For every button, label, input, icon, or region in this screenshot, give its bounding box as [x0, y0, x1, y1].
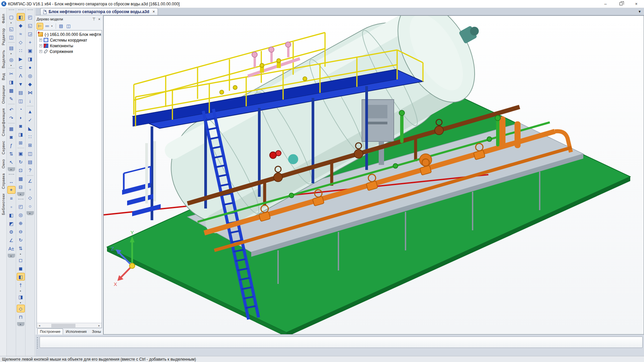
menu-item-8[interactable]: Окно — [1, 159, 5, 169]
new-document-icon[interactable]: ▢ — [7, 13, 15, 21]
filter-icon[interactable]: ▼ — [17, 80, 25, 88]
drop-component-icon[interactable]: ↓ — [26, 97, 34, 105]
solid-body-icon[interactable]: ◆ — [17, 21, 25, 29]
box-tool-icon[interactable]: ▫ — [26, 185, 34, 193]
ec-parameters-icon[interactable]: ⊞ — [26, 141, 34, 149]
plane-icon[interactable]: ◇ — [17, 38, 25, 46]
lock-document-icon[interactable]: ⊡ — [17, 166, 25, 174]
toolbar-collapse-tab[interactable]: ▸ — [17, 322, 24, 326]
menu-item-1[interactable]: Файл — [1, 14, 5, 23]
report-book-icon[interactable]: ◫ — [17, 97, 25, 105]
round-tool-icon[interactable]: ○ — [26, 202, 34, 210]
tree-composition-flyout-icon[interactable]: ▾ — [51, 25, 54, 27]
menu-item-10[interactable]: Библиотеки — [1, 193, 5, 215]
pin-icon[interactable]: ⊤ — [91, 17, 97, 22]
tree-horizontal-scrollbar[interactable]: ◂ ▸ — [37, 323, 102, 328]
orientation-icon[interactable]: ⇅ — [17, 244, 25, 252]
auto-dimension-icon[interactable]: ↔ — [7, 178, 15, 185]
expand-icon[interactable]: + — [39, 39, 42, 42]
variables-icon[interactable]: ƒ — [7, 141, 15, 149]
redo-icon[interactable]: ↷ — [7, 114, 15, 122]
crane-tool-icon[interactable]: ⊓ — [17, 313, 25, 321]
half-tone-view-icon[interactable]: ◨ — [17, 293, 25, 301]
preview-flyout-icon[interactable]: ▸ — [7, 64, 15, 67]
rotate-view-icon[interactable]: ↻ — [17, 236, 25, 244]
document-tab[interactable]: Блок нефтяного сепаратора со сбросом вод… — [40, 8, 158, 15]
shaded-view-icon[interactable]: ◧ — [17, 273, 25, 281]
undo-icon[interactable]: ↶ — [7, 106, 15, 113]
frame-icon[interactable]: ▣ — [17, 149, 25, 157]
toolbar-collapse-tab[interactable]: ▸ — [17, 192, 24, 196]
scroll-right-icon[interactable]: ▸ — [97, 324, 102, 327]
object-copy-icon[interactable]: ◧ — [7, 211, 15, 219]
component-array-icon[interactable]: ∷ — [26, 133, 34, 140]
direction-icon[interactable]: ▶ — [17, 55, 25, 63]
tree-item[interactable]: +Сопряжения — [38, 49, 102, 54]
mate-coordinate-system-icon[interactable]: + — [26, 38, 34, 46]
tree-close-icon[interactable]: × — [97, 17, 102, 22]
tree-item[interactable]: +Системы координат — [38, 37, 102, 43]
minimize-button[interactable]: – — [598, 0, 613, 8]
paste-icon[interactable]: ▩ — [7, 86, 15, 94]
measure-angle-icon[interactable]: ∠ — [7, 236, 15, 244]
tab-close-icon[interactable]: × — [153, 9, 155, 14]
eraser-icon[interactable]: ◆ — [26, 80, 34, 88]
spreadsheet-icon[interactable]: ▦ — [7, 125, 15, 132]
layers-icon[interactable]: ≡ — [7, 194, 15, 202]
restore-button[interactable] — [613, 0, 629, 8]
rotate-component-icon[interactable]: ◲ — [26, 30, 34, 38]
checklist-icon[interactable]: ▤ — [26, 158, 34, 166]
toolbar-grip[interactable] — [18, 199, 23, 201]
exchange-icon[interactable]: ⇅ — [7, 150, 15, 158]
corner-piece-icon[interactable]: ◣ — [26, 124, 34, 132]
menu-item-2[interactable]: Редактор — [1, 28, 5, 45]
angle-tool-icon[interactable]: ∠ — [26, 177, 34, 185]
collapse-all-icon[interactable]: ⊟ — [17, 183, 25, 191]
perspective-view-icon[interactable]: ◇ — [17, 305, 25, 312]
save-assembly-icon[interactable]: ◨ — [26, 55, 34, 63]
pipe-tool-icon[interactable]: ● — [26, 63, 34, 71]
toolbar-grip[interactable] — [9, 9, 14, 12]
menu-item-4[interactable]: Вид — [1, 73, 5, 80]
attachments-icon[interactable]: ⊂ — [17, 63, 25, 71]
tree-composition-icon[interactable]: ≔ — [44, 23, 51, 29]
section-view-icon[interactable]: ◙ — [17, 122, 25, 130]
toolbar-grip[interactable] — [18, 9, 23, 12]
expand-icon[interactable]: + — [39, 50, 42, 53]
part-tool-icon[interactable]: ◇ — [26, 194, 34, 201]
copy-properties-icon[interactable]: ✎ — [7, 95, 15, 103]
tree-structure-view-icon[interactable]: ⊢ — [37, 23, 43, 29]
task-window-icon[interactable]: ◙ — [7, 133, 15, 141]
rebuild-icon[interactable]: ↻ — [17, 158, 25, 166]
macro-icon[interactable]: ⚙ — [7, 228, 15, 236]
save-document-icon[interactable]: ◫ — [7, 33, 15, 41]
menu-item-7[interactable]: Сервис — [1, 141, 5, 155]
half-tone-view-flyout-icon[interactable]: ▸ — [17, 301, 25, 304]
library-folder-icon[interactable]: ▣ — [26, 47, 34, 54]
new-document-flyout-icon[interactable]: ▸ — [7, 21, 15, 24]
zoom-frame-icon[interactable]: ◰ — [17, 202, 25, 210]
property-bar-grip[interactable] — [37, 337, 39, 349]
expand-icon[interactable]: + — [39, 44, 42, 47]
toolbar-collapse-tab[interactable]: ▸ — [8, 167, 15, 171]
tree-tab-inactive[interactable]: Исполнения — [63, 328, 89, 335]
toolbar-grip[interactable] — [9, 174, 14, 176]
object-properties-icon[interactable]: ◩ — [7, 220, 15, 227]
scrollbar-thumb[interactable] — [51, 324, 75, 327]
zoom-in-icon[interactable]: ⊕ — [17, 219, 25, 227]
context-help-icon[interactable]: ↖ — [7, 158, 15, 166]
object-help-icon[interactable]: ? — [26, 166, 34, 174]
zoom-out-icon[interactable]: ⊖ — [17, 228, 25, 235]
tab-overflow-icon[interactable]: ▼ — [638, 10, 641, 13]
menu-item-3[interactable]: Выделить — [1, 50, 5, 68]
edit-part-icon[interactable]: ◧ — [17, 13, 25, 21]
close-button[interactable]: × — [629, 0, 644, 8]
mirror-component-icon[interactable]: ⋈ — [26, 88, 34, 96]
property-bar[interactable] — [40, 337, 643, 348]
tree-tab-inactive[interactable]: Зоны — [89, 328, 104, 335]
menu-item-6[interactable]: Спецификация — [1, 108, 5, 136]
orientation-flyout-icon[interactable]: ▸ — [17, 252, 25, 256]
scroll-left-icon[interactable]: ◂ — [37, 324, 42, 327]
spline-icon[interactable]: ≈ — [17, 30, 25, 38]
copy-icon[interactable]: ◨ — [7, 78, 15, 86]
